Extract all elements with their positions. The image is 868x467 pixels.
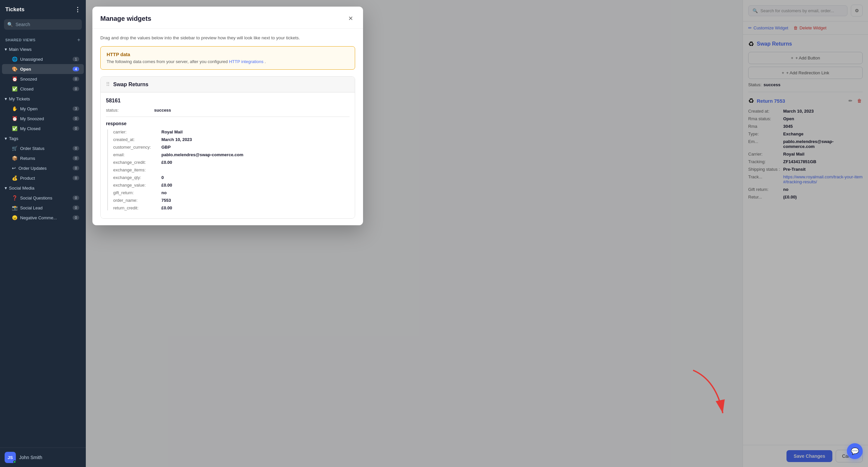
sidebar-item-snoozed[interactable]: ⏰ Snoozed 0 bbox=[2, 74, 84, 84]
open-badge: 4 bbox=[72, 67, 79, 71]
search-bar[interactable]: 🔍 Search bbox=[4, 19, 82, 30]
http-box-title: HTTP data bbox=[106, 52, 349, 57]
sidebar-item-label: Open bbox=[20, 67, 31, 72]
field-exchange-credit: exchange_credit: £0.00 bbox=[113, 160, 349, 165]
field-created-at: created_at: March 10, 2023 bbox=[113, 137, 349, 142]
social-questions-badge: 0 bbox=[72, 196, 79, 200]
social-lead-badge: 0 bbox=[72, 205, 79, 210]
sidebar-group-label: Main Views bbox=[9, 47, 32, 52]
modal-overlay: Manage widgets ✕ Drag and drop the value… bbox=[86, 0, 868, 467]
search-label: Search bbox=[16, 22, 30, 27]
add-shared-view-button[interactable]: + bbox=[77, 37, 81, 43]
sidebar-item-label: My Closed bbox=[20, 126, 40, 131]
widget-card-title: Swap Returns bbox=[113, 82, 149, 88]
sidebar-item-social-questions[interactable]: ❓ Social Questions 0 bbox=[2, 193, 84, 203]
field-return-credit: return_credit: £0.00 bbox=[113, 205, 349, 210]
sidebar-item-my-snoozed[interactable]: ⏰ My Snoozed 0 bbox=[2, 114, 84, 123]
sidebar-item-label: Social Lead bbox=[20, 205, 42, 210]
sidebar-header: Tickets ⋮ bbox=[0, 0, 86, 18]
snoozed-icon: ⏰ bbox=[12, 76, 18, 82]
search-icon: 🔍 bbox=[7, 22, 13, 27]
chat-fab-button[interactable]: 💬 bbox=[847, 443, 863, 459]
social-questions-icon: ❓ bbox=[12, 195, 18, 201]
manage-widgets-modal: Manage widgets ✕ Drag and drop the value… bbox=[92, 7, 363, 225]
chevron-icon: ▾ bbox=[5, 47, 7, 52]
closed-icon: ✅ bbox=[12, 86, 18, 91]
sidebar-item-open[interactable]: 🎨 Open 4 bbox=[2, 64, 84, 74]
sidebar-item-label: Product bbox=[20, 176, 35, 181]
http-desc-end: . bbox=[265, 59, 266, 64]
sidebar-item-label: Order Status bbox=[20, 146, 44, 151]
widget-card-body: 58161 status: success response carrier: … bbox=[101, 92, 355, 218]
field-carrier: carrier: Royal Mail bbox=[113, 129, 349, 135]
sidebar-group-label: My Tickets bbox=[9, 96, 30, 101]
sidebar-item-order-updates[interactable]: ↩ Order Updates 0 bbox=[2, 163, 84, 173]
returns-icon: 📦 bbox=[12, 155, 18, 161]
my-closed-icon: ✅ bbox=[12, 126, 18, 131]
chevron-icon: ▾ bbox=[5, 136, 7, 141]
order-id: 58161 bbox=[106, 98, 349, 104]
sidebar-item-label: Snoozed bbox=[20, 77, 37, 82]
shared-views-label: SHARED VIEWS + bbox=[0, 34, 86, 44]
http-box-desc: The following data comes from your serve… bbox=[106, 59, 349, 64]
order-status-icon: 🛒 bbox=[12, 146, 18, 151]
sidebar-item-social-lead[interactable]: 📸 Social Lead 0 bbox=[2, 203, 84, 213]
unassigned-icon: 🌐 bbox=[12, 56, 18, 62]
modal-title: Manage widgets bbox=[100, 15, 151, 23]
sidebar-group-label: Tags bbox=[9, 136, 19, 141]
order-status-badge: 0 bbox=[72, 146, 79, 151]
sidebar-item-label: Returns bbox=[20, 156, 35, 161]
main-area: Manage widgets ✕ Drag and drop the value… bbox=[86, 0, 868, 467]
drag-handle-icon[interactable]: ⠿ bbox=[106, 81, 110, 88]
field-email: email: pablo.melendres@swap-commerce.com bbox=[113, 152, 349, 157]
product-badge: 0 bbox=[72, 176, 79, 180]
sidebar-item-my-closed[interactable]: ✅ My Closed 0 bbox=[2, 123, 84, 134]
field-exchange-qty: exchange_qty: 0 bbox=[113, 175, 349, 180]
modal-body: Drag and drop the values below into the … bbox=[92, 29, 363, 225]
http-integrations-link[interactable]: HTTP integrations bbox=[229, 59, 264, 64]
chevron-icon: ▾ bbox=[5, 96, 7, 101]
sidebar-item-order-status[interactable]: 🛒 Order Status 0 bbox=[2, 143, 84, 153]
more-icon[interactable]: ⋮ bbox=[74, 6, 81, 13]
arrow-indicator bbox=[690, 367, 730, 421]
http-data-box: HTTP data The following data comes from … bbox=[100, 46, 355, 70]
product-icon: 💰 bbox=[12, 175, 18, 181]
modal-subtitle: Drag and drop the values below into the … bbox=[100, 35, 355, 40]
sidebar-item-label: Unassigned bbox=[20, 57, 43, 62]
my-open-icon: ✋ bbox=[12, 106, 18, 111]
my-open-badge: 3 bbox=[72, 106, 79, 111]
sidebar-item-negative-comme[interactable]: 😠 Negative Comme... 0 bbox=[2, 213, 84, 223]
sidebar-item-my-open[interactable]: ✋ My Open 3 bbox=[2, 104, 84, 114]
sidebar-item-label: My Open bbox=[20, 106, 38, 111]
status-val: success bbox=[154, 108, 171, 113]
modal-close-button[interactable]: ✕ bbox=[346, 14, 355, 23]
sidebar-item-label: My Snoozed bbox=[20, 116, 44, 121]
field-order-name: order_name: 7553 bbox=[113, 198, 349, 203]
avatar[interactable]: JS bbox=[5, 452, 16, 463]
response-title: response bbox=[106, 121, 349, 126]
closed-badge: 0 bbox=[72, 87, 79, 91]
sidebar-item-unassigned[interactable]: 🌐 Unassigned 1 bbox=[2, 54, 84, 64]
sidebar-group-my-tickets[interactable]: ▾ My Tickets bbox=[0, 94, 86, 104]
sidebar-item-label: Order Updates bbox=[19, 166, 46, 171]
sidebar-item-label: Social Questions bbox=[20, 196, 53, 201]
section-divider bbox=[106, 117, 349, 117]
sidebar-item-product[interactable]: 💰 Product 0 bbox=[2, 173, 84, 183]
sidebar-group-label: Social Media bbox=[9, 185, 34, 191]
sidebar-footer: JS John Smith bbox=[0, 447, 86, 467]
my-snoozed-badge: 0 bbox=[72, 116, 79, 121]
field-exchange-value: exchange_value: £0.00 bbox=[113, 183, 349, 187]
field-exchange-items: exchange_items: bbox=[113, 168, 349, 172]
sidebar-group-main-views[interactable]: ▾ Main Views bbox=[0, 44, 86, 54]
returns-badge: 0 bbox=[72, 156, 79, 160]
sidebar-group-social-media[interactable]: ▾ Social Media bbox=[0, 183, 86, 193]
user-name: John Smith bbox=[19, 455, 42, 460]
sidebar-item-closed[interactable]: ✅ Closed 0 bbox=[2, 84, 84, 94]
sidebar-group-tags[interactable]: ▾ Tags bbox=[0, 134, 86, 143]
sidebar-item-label: Negative Comme... bbox=[20, 215, 57, 220]
sidebar-item-returns[interactable]: 📦 Returns 0 bbox=[2, 153, 84, 163]
open-icon: 🎨 bbox=[12, 66, 18, 72]
negative-icon: 😠 bbox=[12, 215, 18, 220]
snoozed-badge: 0 bbox=[72, 77, 79, 81]
field-currency: customer_currency: GBP bbox=[113, 145, 349, 150]
